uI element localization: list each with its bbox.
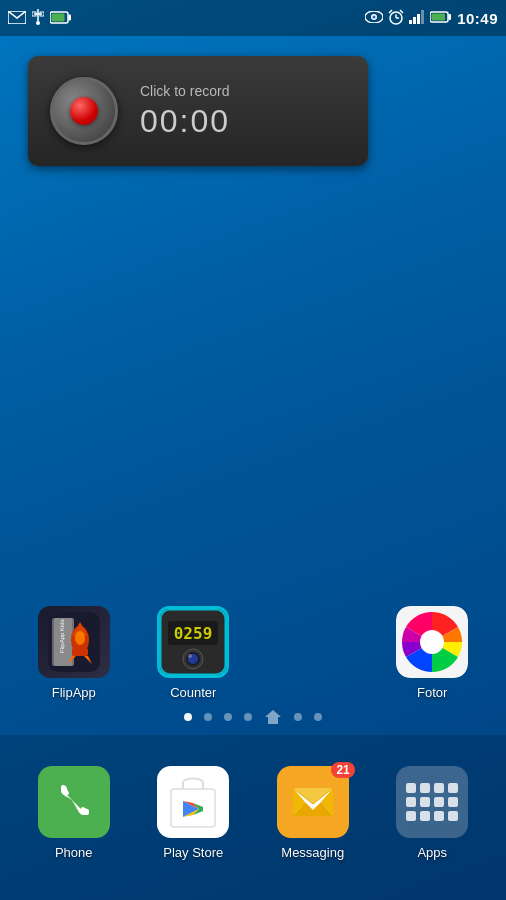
eye-icon [365,11,383,25]
flipapp-icon-container[interactable]: FlipApp Kids FlipApp [38,606,110,700]
recorder-widget[interactable]: Click to record 00:00 [28,56,368,166]
page-dot-3[interactable] [244,713,252,721]
email-icon [8,11,26,26]
apps-icon [396,766,468,838]
messaging-badge: 21 [331,762,354,778]
phone-app[interactable]: Phone [38,766,110,860]
signal-icon [409,10,425,26]
page-dot-home[interactable] [264,710,282,724]
messaging-app[interactable]: 21 Messaging [277,766,349,860]
apps-dot [434,783,444,793]
svg-rect-29 [72,648,88,656]
svg-point-5 [36,21,40,25]
status-right-icons: 10:49 [365,9,498,27]
svg-rect-19 [417,14,420,24]
page-dots [0,710,506,724]
recorder-info: Click to record 00:00 [140,83,230,140]
fotor-icon-container[interactable]: Fotor [396,606,468,700]
apps-app[interactable]: Apps [396,766,468,860]
apps-dot [406,811,416,821]
page-dot-2[interactable] [224,713,232,721]
apps-dot [406,797,416,807]
record-button-inner [70,97,98,125]
apps-dot [434,811,444,821]
page-dot-1[interactable] [204,713,212,721]
phone-label: Phone [55,845,93,860]
apps-dot [420,811,430,821]
svg-rect-23 [432,14,446,21]
svg-rect-18 [413,17,416,24]
apps-label: Apps [417,845,447,860]
apps-dot [448,797,458,807]
svg-point-41 [188,654,192,658]
svg-point-43 [420,630,444,654]
alarm-icon [388,9,404,27]
messaging-label: Messaging [281,845,344,860]
playstore-label: Play Store [163,845,223,860]
svg-rect-17 [409,20,412,24]
svg-point-32 [75,631,85,645]
apps-dot [420,783,430,793]
apps-dot [448,811,458,821]
page-dot-5[interactable] [294,713,302,721]
messaging-icon-wrapper: 21 [277,766,349,838]
status-bar: 10:49 [0,0,506,36]
counter-icon: 0259 [157,606,229,678]
record-button[interactable] [50,77,118,145]
usb-icon [32,9,44,27]
svg-rect-7 [69,14,72,20]
svg-text:FlipApp Kids: FlipApp Kids [59,619,65,653]
svg-rect-20 [421,10,424,24]
apps-dot [420,797,430,807]
apps-dot [448,783,458,793]
svg-line-16 [400,10,403,13]
apps-grid [394,771,470,833]
playstore-app[interactable]: Play Store [157,766,229,860]
page-dot-6[interactable] [314,713,322,721]
svg-rect-8 [52,13,65,21]
status-time: 10:49 [457,10,498,27]
phone-icon [38,766,110,838]
counter-icon-container[interactable]: 0259 Counter [157,606,229,700]
apps-dot [434,797,444,807]
page-dot-0[interactable] [184,713,192,721]
svg-line-15 [389,10,392,13]
status-left-icons [8,9,72,27]
svg-text:0259: 0259 [174,624,213,643]
flipapp-label: FlipApp [52,685,96,700]
svg-marker-44 [265,710,281,724]
flipapp-icon: FlipApp Kids [38,606,110,678]
fotor-label: Fotor [417,685,447,700]
fotor-icon [396,606,468,678]
svg-rect-22 [449,14,452,20]
svg-point-11 [373,16,376,19]
playstore-icon [157,766,229,838]
dock: Phone Play Store [0,735,506,900]
battery-percent-icon [50,11,72,26]
apps-middle-row: FlipApp Kids FlipApp 0259 Counter [0,606,506,700]
recorder-click-text: Click to record [140,83,229,99]
apps-dot [406,783,416,793]
recorder-time: 00:00 [140,103,230,140]
counter-label: Counter [170,685,216,700]
battery-icon [430,11,452,25]
